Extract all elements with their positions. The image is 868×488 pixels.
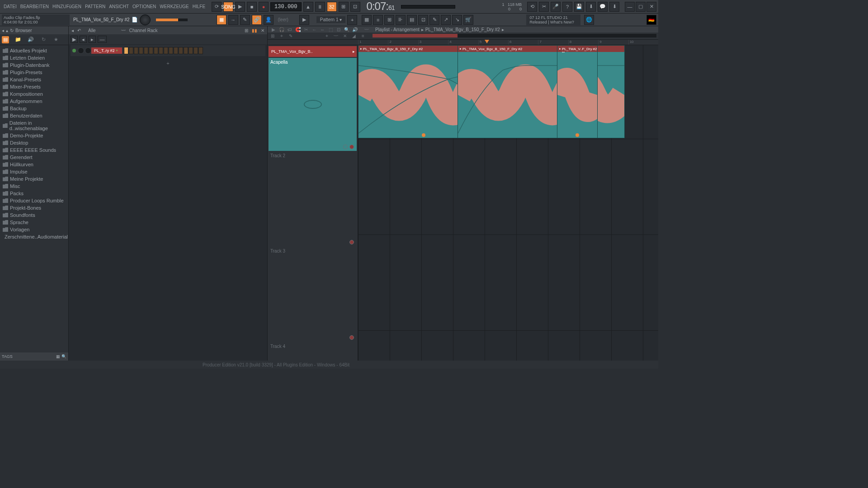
menu-edit[interactable]: BEARBEITEN (19, 3, 51, 10)
tags-label[interactable]: TAGS (2, 354, 13, 359)
tree-item[interactable]: Hüllkurven (0, 161, 68, 168)
collapse-icon[interactable]: ◂ (2, 28, 4, 33)
pl-zoom-icon[interactable]: ⊡ (335, 26, 342, 33)
info-panel[interactable]: 07 12 FL STUDIO 21 Released | What's New… (526, 14, 580, 25)
step[interactable] (129, 47, 133, 54)
pl-close2-button[interactable]: ✕ (342, 33, 348, 39)
maximize-button[interactable]: ▢ (636, 2, 646, 12)
cr-opt1-button[interactable]: ◂ (80, 36, 87, 43)
browser-tile-icon[interactable]: ▦ (56, 354, 60, 359)
up-icon[interactable]: ▴ (6, 28, 8, 33)
tree-item[interactable]: Plugin-Datenbank (0, 61, 68, 69)
step[interactable] (124, 47, 128, 54)
pl-view-button[interactable]: ▦ (362, 15, 372, 25)
cr-undo-icon[interactable]: ↶ (77, 28, 81, 33)
browser-history-icon[interactable]: ↻ (40, 36, 47, 43)
cr-filter-all[interactable]: Alle (85, 28, 99, 33)
fade-handle[interactable] (576, 133, 579, 137)
pl-wave-icon[interactable]: 〰 (363, 26, 370, 33)
step[interactable] (144, 47, 148, 54)
pl-play-icon[interactable]: ▶ (270, 26, 277, 33)
tree-item[interactable]: Misc (0, 183, 68, 190)
browser-search-icon[interactable]: 🔍 (61, 354, 66, 359)
cr-back-icon[interactable]: ◂ (71, 28, 74, 33)
track-header-3[interactable]: Track 3 (269, 247, 357, 342)
bpm-display[interactable]: 130.000 (270, 2, 301, 11)
menu-view[interactable]: ANSICHT (107, 3, 131, 10)
clip-source[interactable]: PL_TMA_Vox_Bgv_B.. (269, 46, 357, 57)
wait-icon[interactable]: ⏸ (315, 2, 325, 12)
save-icon[interactable]: 💾 (574, 2, 584, 12)
pl-back-icon[interactable]: ← (311, 26, 317, 33)
playlist-tracks-area[interactable]: PL_TMA_Vox_Bgv_B_150_F_Dry #2 PL_TMA_Vox… (358, 45, 658, 361)
pl-grid-button[interactable]: ⊞ (269, 33, 276, 39)
refresh-icon[interactable]: ↻ (10, 28, 14, 33)
tool-c-button[interactable]: ✎ (429, 15, 439, 25)
track-lane[interactable] (358, 235, 658, 331)
tree-item[interactable]: Producer Loops Rumble (0, 197, 68, 204)
playhead-marker[interactable] (485, 40, 489, 43)
metronome-icon[interactable]: ▲ (303, 2, 313, 12)
step[interactable] (179, 47, 183, 54)
tree-item[interactable]: EEEE EEEE Sounds (0, 146, 68, 154)
track-solo-button[interactable] (343, 145, 348, 149)
play-button[interactable]: ▶ (235, 2, 245, 12)
cr-view-button[interactable]: ⊞ (384, 15, 394, 25)
audio-clip[interactable]: PL_TMA_Vox_Bgv_B_150_F_Dry #2 ↔ (458, 45, 625, 138)
step[interactable] (174, 47, 178, 54)
tree-item[interactable]: Projekt-Bones (0, 204, 68, 211)
tree-item[interactable]: Kanal-Presets (0, 76, 68, 83)
record-button[interactable]: ● (259, 2, 269, 12)
menu-tools[interactable]: WERKZEUGE (158, 3, 190, 10)
browser-audio-icon[interactable]: 🔊 (27, 36, 34, 43)
minimize-button[interactable]: — (625, 2, 635, 12)
track-lane[interactable] (358, 139, 658, 235)
clip-label[interactable]: PL_TMA_Vox_Bgv_B_150_F_Dry #2 (458, 46, 624, 52)
pl-audio-button[interactable]: 〰 (333, 33, 339, 39)
help-icon[interactable]: ? (562, 2, 572, 12)
step[interactable] (164, 47, 168, 54)
view-pr-button[interactable]: → (228, 15, 238, 25)
play-mini-button[interactable]: ▶ (299, 15, 309, 25)
tool-e-button[interactable]: ↘ (452, 15, 462, 25)
channel-vol-knob[interactable] (85, 47, 91, 54)
step[interactable] (154, 47, 158, 54)
tool-a-button[interactable]: ▤ (407, 15, 417, 25)
globe-icon[interactable]: 🌐 (584, 15, 594, 25)
tool-b-button[interactable]: ⊡ (418, 15, 428, 25)
sync-icon[interactable]: ⟳ (212, 2, 222, 12)
view-pl-button[interactable]: ▦ (217, 15, 226, 25)
pan-knob[interactable] (140, 14, 151, 25)
snap-display[interactable]: 32 (327, 2, 337, 12)
tree-item[interactable]: Aktuelles Projekt (0, 47, 68, 54)
playlist-ruler[interactable]: 123 456 789 10 (268, 40, 658, 45)
menu-file[interactable]: DATEI (2, 3, 19, 10)
tree-item[interactable]: Benutzerdaten (0, 112, 68, 119)
mx-view-button[interactable]: ⊪ (396, 15, 406, 25)
volume-slider[interactable] (156, 19, 188, 21)
audio-clip[interactable]: PL_TMA_V..F_Dry #2 (557, 45, 598, 138)
pl-link-icon[interactable]: 🎧 (278, 26, 285, 33)
pl-magnet-icon[interactable]: 🧲 (295, 26, 301, 33)
tree-item[interactable]: Letzten Dateien (0, 54, 68, 61)
tree-item[interactable]: Aufgenommen (0, 98, 68, 105)
pattern-add-button[interactable]: + (347, 15, 357, 25)
pl-pencil-button[interactable]: ✎ (288, 33, 294, 39)
track-header-2[interactable]: Track 2 (269, 151, 357, 246)
undo-icon[interactable]: ⟲ (527, 2, 537, 12)
render-icon[interactable]: ⬇ (586, 2, 596, 12)
step-sequencer[interactable] (124, 47, 203, 54)
playlist-minimap[interactable] (373, 34, 656, 38)
browser-plugin-icon[interactable]: 📁 (14, 36, 22, 43)
song-mode-button[interactable]: SONG (223, 2, 233, 12)
view-cr-button[interactable]: ✎ (240, 15, 250, 25)
channel-pan-knob[interactable] (78, 47, 84, 54)
loop-icon[interactable]: ⊡ (350, 2, 360, 12)
cr-piano-icon[interactable]: ▮▮ (252, 28, 257, 33)
browser-fav-icon[interactable]: ★ (52, 36, 60, 43)
chat-icon[interactable]: 💬 (598, 2, 608, 12)
flag-icon[interactable]: 🇩🇪 (646, 15, 656, 25)
tree-item[interactable]: Packs (0, 190, 68, 197)
track-mute-button[interactable] (349, 145, 354, 149)
pl-speaker-icon[interactable]: 🔊 (352, 26, 358, 33)
